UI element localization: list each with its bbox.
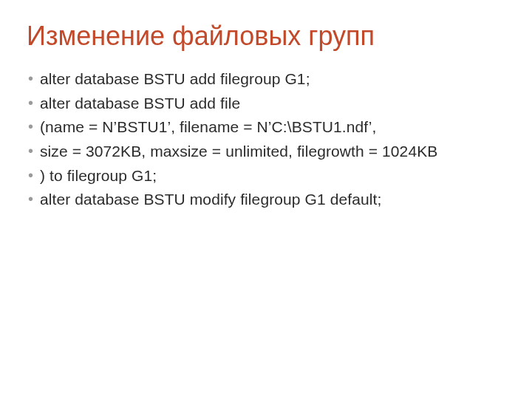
list-item: alter database BSTU add filegroup G1; [28, 67, 505, 92]
list-item: ) to filegroup G1; [28, 164, 505, 188]
list-item: (name = N’BSTU1’, filename = N’C:\BSTU1.… [28, 115, 505, 140]
slide-title: Изменение файловых групп [27, 21, 505, 51]
bullet-list: alter database BSTU add filegroup G1; al… [27, 67, 505, 211]
slide: Изменение файловых групп alter database … [0, 0, 532, 399]
list-item: alter database BSTU modify filegroup G1 … [28, 188, 505, 212]
list-item: size = 3072KB, maxsize = unlimited, file… [28, 140, 505, 164]
list-item: alter database BSTU add file [28, 92, 505, 116]
